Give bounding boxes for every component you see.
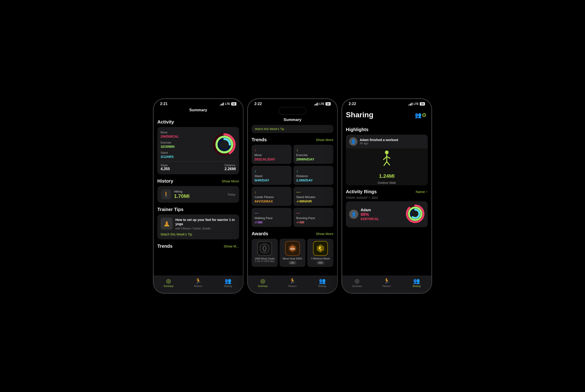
scroll-area-2[interactable]: Watch this Week's Tip Trends Show More ↓… [248, 125, 337, 291]
status-bar-1: 2:21 LTE 59 [154, 99, 243, 107]
trend-value-stand: 5HR/DAY [254, 178, 289, 182]
awards-row: 1500 Move Goals 1,415 of 1500 days 200% … [252, 239, 333, 267]
tab-summary-1[interactable]: ◎ Summary [154, 278, 183, 288]
tab-summary-3[interactable]: ◎ Summary [342, 278, 372, 288]
lte-label-3: LTE [414, 102, 419, 106]
trend-arrow-runpace: — [296, 210, 331, 216]
history-show-more[interactable]: Show More [222, 179, 239, 183]
trends-teaser-label: Trends [157, 244, 173, 249]
trend-standmin[interactable]: — Stand Minutes -/-MIN/HR [294, 187, 333, 206]
phone-1: 2:21 LTE 59 Summary Activity [153, 98, 243, 294]
awards-show-more[interactable]: Show More [316, 232, 333, 236]
trends-header: Trends Show More [252, 137, 333, 142]
trend-stand[interactable]: ↓ Stand 5HR/DAY [252, 166, 291, 185]
battery-2: 59 [326, 102, 331, 106]
trend-cardio[interactable]: ↓ Cardio Fitness 44VO2MAX [252, 187, 291, 206]
exercise-value: 32/30MIN [161, 145, 175, 148]
highlight-time: 4h ago [360, 142, 398, 145]
trend-name-distance: Distance [296, 174, 331, 178]
trend-exercise[interactable]: ↓ Exercise 28MIN/DAY [294, 145, 333, 164]
trend-name-walkpace: Walking Pace [254, 216, 289, 220]
trend-arrow-walkpace: — [254, 210, 289, 216]
trainer-title: How to set up your feet for warrior 1 in… [175, 218, 236, 226]
tab-sharing-3[interactable]: 👥 Sharing [402, 278, 431, 288]
award-7-workout[interactable]: 7-Workout Week 155 [307, 239, 333, 267]
trend-arrow-standmin: — [296, 190, 331, 194]
move-value: 206/500CAL [161, 134, 179, 138]
highlight-distance: 1.24MI [379, 173, 394, 179]
tab-fitness-3[interactable]: 🏃 Fitness+ [372, 278, 402, 288]
trend-walkpace[interactable]: — Walking Pace -/-/MI [252, 208, 291, 227]
trend-arrow-cardio: ↓ [254, 190, 289, 194]
signal-icon-3 [409, 102, 412, 106]
fitness-label-2: Fitness+ [288, 285, 297, 288]
activity-header: Activity [157, 119, 239, 125]
friend-card-adam[interactable]: 👤 Adam 88% 618/700CAL [346, 201, 428, 227]
trainer-label: Trainer Tips [157, 207, 183, 212]
walk-figure-icon [379, 150, 395, 171]
award-badge-200: 291 [288, 261, 297, 264]
lte-label-2: LTE [319, 102, 324, 106]
trends-show-more[interactable]: Show More [316, 138, 333, 142]
svg-line-15 [387, 156, 390, 158]
trend-runpace[interactable]: — Running Pace -/-/MI [294, 208, 333, 227]
rings-date: TODAY, AUGUST 7, 2023 [346, 196, 428, 200]
activity-rings-row: Move 206/500CAL Exercise 32/30MIN Stand … [161, 130, 236, 159]
scroll-area-3[interactable]: Sharing Highlights 👤 Adam finished a wor… [342, 107, 431, 273]
friend-cal: 618/700CAL [361, 217, 379, 221]
award-icon-200: 200% [285, 241, 300, 256]
trainer-header: Trainer Tips [157, 207, 239, 212]
highlight-card[interactable]: 👤 Adam finished a workout 4h ago [346, 134, 428, 186]
fitness-label-1: Fitness+ [194, 285, 203, 288]
highlight-header: 👤 Adam finished a workout 4h ago [346, 134, 428, 148]
tab-sharing-2[interactable]: 👥 Sharing [307, 278, 337, 288]
friend-avatar: 👤 [349, 210, 358, 219]
trend-name-cardio: Cardio Fitness [254, 195, 289, 199]
trends-label: Trends [252, 137, 267, 142]
fitness-label-3: Fitness+ [382, 285, 391, 288]
history-card[interactable]: 🚶 Hiking 1.70MI Today [157, 186, 239, 203]
trend-value-exercise: 28MIN/DAY [296, 157, 331, 161]
tab-fitness-2[interactable]: 🏃 Fitness+ [278, 278, 308, 288]
trainer-row: 🧘 How to set up your feet for warrior 1 … [161, 218, 236, 230]
award-1500-move[interactable]: 1500 Move Goals 1,415 of 1500 days [252, 239, 278, 267]
steps-row: Steps 4,355 Distance 2.26MI [161, 161, 236, 171]
trend-name-move: Move [254, 153, 289, 157]
award-badge-7workout: 155 [317, 261, 324, 264]
time-1: 2:21 [160, 102, 167, 106]
summary-icon-1: ◎ [166, 278, 171, 284]
tip-banner[interactable]: Watch this Week's Tip [252, 125, 333, 133]
tab-summary-2[interactable]: ◎ Summary [248, 278, 278, 288]
move-stat: Move 206/500CAL [161, 130, 213, 138]
tab-fitness-1[interactable]: 🏃 Fitness+ [183, 278, 213, 288]
highlights-label: Highlights [346, 127, 369, 132]
trend-distance[interactable]: ↓ Distance 2.0MI/DAY [294, 166, 333, 185]
trend-name-standmin: Stand Minutes [296, 195, 331, 199]
trainer-thumbnail: 🧘 [161, 218, 173, 230]
rings-sort[interactable]: Name ↑ [416, 190, 428, 194]
summary-label-1: Summary [164, 285, 173, 288]
sharing-settings-icon[interactable]: 👥⚙ [415, 112, 427, 118]
trends-teaser-show-more[interactable]: Show M... [224, 244, 239, 248]
battery-1: 59 [231, 102, 236, 106]
move-label: Move [161, 131, 167, 134]
steps-item: Steps 4,355 [161, 164, 170, 171]
fitness-icon-1: 🏃 [195, 278, 202, 284]
tab-sharing-1[interactable]: 👥 Sharing [213, 278, 243, 288]
award-name-200: Move Goal 200% [283, 257, 302, 260]
tab-bar-3: ◎ Summary 🏃 Fitness+ 👥 Sharing [342, 276, 431, 293]
walk-emoji: 🚶 [163, 192, 169, 198]
highlight-user-action: Adam finished a workout [360, 138, 398, 142]
time-2: 2:22 [254, 102, 262, 106]
highlight-type: Outdoor Walk [378, 181, 396, 184]
history-left: 🚶 Hiking 1.70MI [161, 189, 189, 200]
trainer-card[interactable]: 🧘 How to set up your feet for warrior 1 … [157, 214, 239, 240]
trainer-link[interactable]: Watch this Week's Tip [161, 232, 236, 236]
award-move-200[interactable]: 200% Move Goal 200% 291 [279, 239, 306, 267]
sharing-label-1: Sharing [224, 285, 232, 288]
svg-line-16 [384, 162, 387, 166]
svg-line-17 [387, 162, 390, 165]
scroll-area-1[interactable]: Activity Move 206/500CAL Exercise 32/30M… [154, 115, 243, 282]
trend-move[interactable]: ↓ Move 282CAL/DAY [252, 145, 291, 164]
tab-bar-2: ◎ Summary 🏃 Fitness+ 👥 Sharing [248, 276, 337, 293]
